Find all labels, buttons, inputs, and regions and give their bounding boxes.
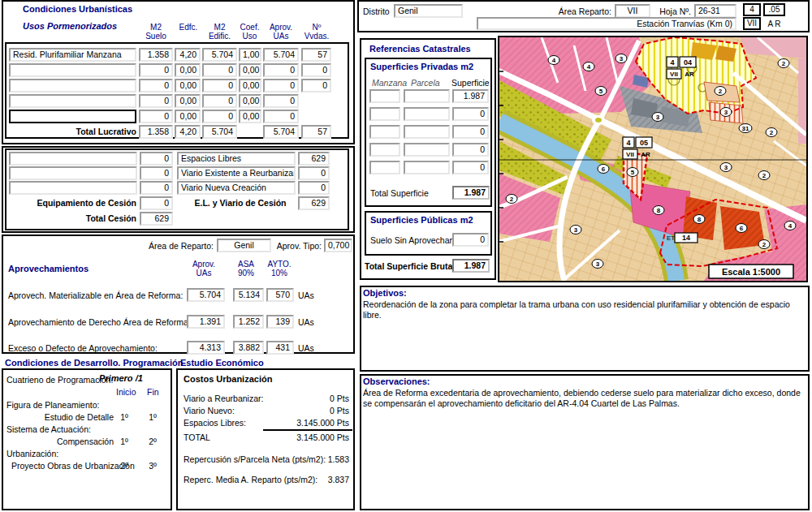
aprov-field[interactable]: 0 xyxy=(263,63,299,77)
plan-code-box: 4 xyxy=(743,3,761,16)
viario-nuevo-value: 0 Pts xyxy=(244,406,349,415)
map-circle-label: 6 xyxy=(602,166,606,173)
aprov-row-label: Exceso o Defecto de Aprovechamiento: xyxy=(8,343,158,353)
aprov-row-label: Aprovechamiento de Derecho Área de Refor… xyxy=(8,317,191,327)
viario-reurbanizar-value: 0 Pts xyxy=(244,394,349,403)
manzana-field[interactable] xyxy=(369,89,400,103)
parcela-field[interactable] xyxy=(404,143,450,157)
superficie-field[interactable]: 0 xyxy=(452,125,489,139)
coef-field[interactable]: 0,00 xyxy=(239,94,261,108)
m2suelo-field[interactable]: 0 xyxy=(139,79,173,93)
m2edific-field[interactable]: 0 xyxy=(202,79,237,93)
viario-existente-value-field[interactable]: 0 xyxy=(298,166,330,180)
map-et14-label: ET 14 xyxy=(667,233,698,243)
reperc-media-label: Reperc. Media A. Reparto (pts/m2): xyxy=(184,475,317,484)
suelo-sin-aprovecham-field[interactable]: 0 xyxy=(452,233,489,247)
parcela-field[interactable] xyxy=(404,161,450,174)
manzana-field[interactable] xyxy=(369,161,400,174)
equipamiento-value-field[interactable]: 0 xyxy=(140,196,173,210)
cesion-value-field[interactable]: 0 xyxy=(140,152,173,166)
uas-unit-label: UAs xyxy=(298,317,314,327)
reperc-media-value: 3.837 xyxy=(309,475,349,484)
usos-subtitle: Usos Pormenorizados xyxy=(23,21,117,31)
manzana-field[interactable] xyxy=(369,143,400,157)
uso-field[interactable] xyxy=(9,79,136,93)
total-vvdas-field: 57 xyxy=(301,125,331,139)
superficie-field[interactable]: 0 xyxy=(452,143,489,157)
aprov-field[interactable]: 5.704 xyxy=(263,48,299,62)
vvdas-field[interactable]: 57 xyxy=(301,48,331,62)
uso-field[interactable]: Resid. Plurifamiliar Manzana xyxy=(9,48,136,62)
viario-nuevo-field[interactable]: Viario Nueva Creación xyxy=(177,181,296,195)
vvdas-field[interactable]: 0 xyxy=(301,79,331,93)
coef-field[interactable]: 0,00 xyxy=(239,63,261,77)
aprov-field[interactable]: 0 xyxy=(263,79,299,93)
edfc-field[interactable]: 0,00 xyxy=(175,110,201,123)
m2edific-field[interactable]: 0 xyxy=(202,63,237,77)
cesion-field[interactable] xyxy=(9,166,137,180)
aprov-tipo-field[interactable]: 0,700 xyxy=(324,239,352,252)
m2suelo-field[interactable]: 0 xyxy=(139,94,173,108)
aprov-field[interactable]: 0 xyxy=(263,94,299,108)
m2edific-field[interactable]: 0 xyxy=(202,94,237,108)
aprov-value-field: 1.391 xyxy=(187,315,225,329)
m2suelo-field[interactable]: 0 xyxy=(139,63,173,77)
area-reparto-label: Área de Reparto: xyxy=(146,241,214,251)
edfc-field[interactable]: 0,00 xyxy=(175,63,201,77)
condiciones-title: Condiciones Urbanísticas xyxy=(23,4,132,14)
parcela-field[interactable] xyxy=(404,107,450,121)
cesion-value-field[interactable]: 0 xyxy=(140,181,173,195)
edfc-field[interactable]: 0,00 xyxy=(175,79,201,93)
zoning-map-svg: 4 4 3 5 3 2 3 31 2 2 3 2 5 6 2 8 8 6 4 2… xyxy=(499,37,806,281)
map-circle-label: 2 xyxy=(719,88,723,95)
vvdas-field[interactable]: 0 xyxy=(301,63,331,77)
cesion-field[interactable] xyxy=(9,181,137,195)
espacios-libres-field[interactable]: Espacios Libres xyxy=(177,152,296,166)
total-superficie-field: 1.987 xyxy=(452,186,490,200)
manzana-field[interactable] xyxy=(369,107,400,121)
aprov-value-field: 4.313 xyxy=(187,341,225,355)
parcela-field[interactable] xyxy=(404,125,450,139)
superficie-field[interactable]: 0 xyxy=(452,107,489,121)
edfc-field[interactable]: 0,00 xyxy=(175,94,201,108)
superficie-field[interactable]: 1.987 xyxy=(452,89,489,103)
parcela-field[interactable] xyxy=(404,89,450,103)
viario-existente-field[interactable]: Viario Existente a Reurbanizar xyxy=(177,166,296,180)
hoja-field[interactable]: 26-31 xyxy=(694,4,736,18)
total-separator-line xyxy=(263,429,352,431)
fin-value: 3º xyxy=(145,461,160,471)
uso-field[interactable] xyxy=(9,63,136,77)
map-circle-label: 6 xyxy=(740,225,744,232)
area-reparto-field[interactable]: Genil xyxy=(217,239,271,252)
total-superficie-label: Total Superficie xyxy=(370,188,429,198)
uso-field[interactable] xyxy=(9,110,136,123)
uso-field[interactable] xyxy=(9,94,136,108)
urbanizacion-value: Proyecto Obras de Urbanización xyxy=(11,461,135,471)
edfc-field[interactable]: 4,20 xyxy=(175,48,201,62)
cesion-field[interactable] xyxy=(9,152,137,166)
m2suelo-field[interactable]: 0 xyxy=(139,110,173,123)
coef-field[interactable]: 1,00 xyxy=(239,48,261,62)
coef-field[interactable]: 0,00 xyxy=(239,79,261,93)
col-manzana: Manzana xyxy=(372,78,407,88)
m2suelo-field[interactable]: 1.358 xyxy=(139,48,173,62)
espacios-libres-value-field[interactable]: 629 xyxy=(298,152,330,166)
coef-field[interactable]: 0,00 xyxy=(239,110,261,123)
m2edific-field[interactable]: 5.704 xyxy=(202,48,237,62)
viario-nuevo-value-field[interactable]: 0 xyxy=(298,181,330,195)
total-cesion-label: Total Cesión xyxy=(49,213,136,223)
fin-header: Fin xyxy=(147,387,159,397)
superficie-field[interactable]: 0 xyxy=(452,161,489,174)
manzana-field[interactable] xyxy=(369,125,400,139)
map-ar404-c: VII xyxy=(670,71,678,78)
aprov-field[interactable]: 0 xyxy=(263,110,299,123)
m2edific-field[interactable]: 0 xyxy=(202,110,237,123)
distrito-field[interactable]: Genil xyxy=(394,4,463,18)
col-ayto: AYTO.10% xyxy=(263,260,296,278)
el-viario-label: E.L. y Viario de Cesión xyxy=(185,198,296,208)
map-ar405-b: 05 xyxy=(640,139,648,147)
cesion-value-field[interactable]: 0 xyxy=(140,166,173,180)
col-asa: ASA90% xyxy=(230,260,262,278)
nombre-field[interactable]: Estación Tranvías (Km 0) xyxy=(477,17,736,30)
inicio-header: Inicio xyxy=(116,387,136,397)
